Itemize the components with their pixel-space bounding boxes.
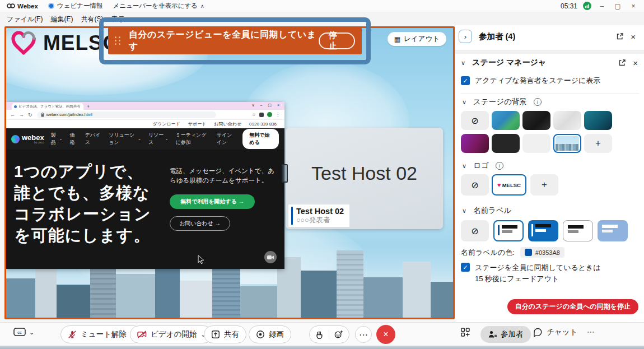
chat-button[interactable]: チャット — [533, 327, 577, 337]
start-free-button[interactable]: 無料で始める — [242, 129, 279, 149]
profile-avatar[interactable] — [267, 112, 272, 117]
background-thumb-gray[interactable] — [522, 134, 550, 153]
captions-button[interactable]: cc ⌄ — [13, 328, 34, 337]
nav-devices[interactable]: デバイス — [85, 132, 101, 146]
close-panel-icon[interactable]: × — [631, 32, 636, 41]
toolbar-more-button[interactable]: ⋯ — [587, 327, 595, 336]
popout-icon[interactable] — [618, 59, 626, 67]
melsc-heart-icon: ♥ — [497, 182, 501, 188]
logo-thumb-none[interactable]: ⊘ — [461, 174, 489, 196]
maximize-button[interactable]: ▢ — [613, 2, 623, 10]
chevron-down-icon[interactable]: ∨ — [462, 207, 466, 215]
background-thumb-teal[interactable] — [584, 111, 612, 130]
address-bar[interactable]: webex.com/ja/index.html — [37, 111, 216, 118]
participants-toggle-button[interactable]: 参加者 — [480, 326, 531, 343]
nav-pricing[interactable]: 価格 — [69, 132, 77, 146]
name-label-thumb-none[interactable]: ⊘ — [461, 220, 489, 241]
more-options-button[interactable]: ⋯ — [355, 326, 372, 343]
share-screen-icon — [211, 330, 220, 339]
logo-add-button[interactable]: + — [530, 174, 558, 196]
hero-contact-button[interactable]: お問い合わせ → — [170, 216, 230, 231]
chevron-down-icon[interactable]: ∨ — [462, 162, 466, 170]
browser-tab[interactable]: ビデオ会議、クラウド電話、画面共有 × — [12, 103, 83, 110]
active-speaker-label: アクティブな発言者をステージに表示 — [475, 76, 600, 86]
drag-handle-icon[interactable] — [115, 36, 121, 45]
name-label-thumb-style3[interactable] — [563, 220, 593, 241]
reactions-button[interactable] — [329, 330, 343, 339]
close-section-icon[interactable]: × — [633, 58, 638, 68]
stage-background-title: ステージの背景 — [473, 97, 527, 107]
svg-text:cc: cc — [17, 330, 22, 335]
annotation-highlight-box: 自分のステージビューを全員に同期しています 停止 — [99, 17, 371, 64]
info-icon[interactable]: i — [496, 162, 503, 170]
new-tab-button[interactable]: + — [87, 104, 90, 109]
browser-extension-icon — [259, 113, 264, 117]
video-tile-test-host-02[interactable]: Test Host 02 Test Host 02 ○○○発表者 — [286, 128, 443, 229]
collapse-panel-button[interactable]: › — [459, 30, 472, 43]
share-button[interactable]: 共有 — [204, 325, 246, 343]
webex-site-logo[interactable]: webex by cisco — [11, 134, 44, 144]
webcam-preview-icon — [264, 251, 277, 263]
apps-button[interactable] — [460, 327, 470, 337]
name-label-thumb-style1-selected[interactable] — [493, 220, 524, 241]
background-thumb-dark[interactable] — [522, 111, 550, 130]
popout-icon[interactable] — [616, 32, 624, 40]
logo-thumb-melsc-selected[interactable]: ♥ MELSC — [492, 174, 526, 196]
hero-headline: 1つのアプリで、 誰とでも、多様な コラボレーション を可能にします。 — [14, 161, 151, 246]
chevron-down-icon[interactable]: ∨ — [461, 59, 465, 67]
star-icon[interactable]: ☆ — [252, 112, 256, 117]
stage-resize-handle[interactable] — [282, 164, 288, 183]
name-label-color-picker[interactable]: #0353A8 — [520, 247, 564, 258]
webex-app-logo: Webex — [7, 3, 38, 10]
link-download[interactable]: ダウンロード — [153, 121, 180, 127]
raise-hand-button[interactable] — [315, 330, 329, 339]
hero-start-free-button[interactable]: 無料で利用を開始する → — [170, 194, 255, 209]
background-thumb-none[interactable]: ⊘ — [461, 111, 489, 130]
name-label-thumb-style4[interactable] — [598, 220, 628, 241]
name-label-thumb-style2[interactable] — [528, 220, 558, 241]
info-icon[interactable]: i — [534, 98, 542, 106]
site-hero: 1つのアプリで、 誰とでも、多様な コラボレーション を可能にします。 電話、メ… — [6, 150, 284, 269]
background-thumb-light[interactable] — [553, 111, 581, 130]
favicon — [14, 105, 17, 108]
nav-products[interactable]: 製品⌄ — [51, 132, 63, 146]
link-contact[interactable]: お問い合わせ — [214, 121, 241, 127]
chevron-down-icon[interactable]: ∨ — [462, 99, 466, 106]
start-video-button[interactable]: ビデオの開始 ⌄ — [130, 325, 213, 343]
menu-file[interactable]: ファイル(F) — [7, 15, 43, 24]
active-speaker-checkbox[interactable]: ✓ — [461, 76, 470, 85]
background-thumb-black[interactable] — [492, 134, 520, 153]
name-label-section-title: 名前ラベル — [473, 206, 511, 216]
stop-sync-all-button[interactable]: 自分のステージの全員への同期を停止 — [507, 299, 638, 314]
layout-button[interactable]: ▦ レイアウト — [388, 32, 446, 46]
kebab-menu-icon[interactable]: ⋮ — [276, 112, 280, 117]
panel-divider — [455, 50, 644, 54]
nav-signin[interactable]: サインイン — [217, 132, 236, 146]
back-icon[interactable]: ← — [10, 112, 15, 118]
leave-meeting-button[interactable]: × — [376, 325, 395, 344]
link-support[interactable]: サポート — [188, 121, 207, 127]
nav-join-meeting[interactable]: ミーティングに参加 — [175, 132, 209, 146]
hide-menubar-button[interactable]: メニューバーを非表示にする ∧ — [113, 2, 204, 10]
minimize-button[interactable]: – — [597, 2, 607, 10]
stop-sync-banner-button[interactable]: 停止 — [319, 32, 355, 49]
window-bottom-edge — [0, 346, 644, 349]
record-button[interactable]: 録画 — [249, 325, 291, 343]
menu-edit[interactable]: 編集(E) — [50, 15, 73, 24]
forward-icon[interactable]: → — [19, 112, 24, 118]
background-thumb-blue-green[interactable] — [492, 111, 520, 130]
name-label-accent-bar — [291, 207, 293, 225]
link-phone[interactable]: 0120 339 836 — [249, 122, 277, 127]
close-window-button[interactable]: × — [628, 2, 638, 10]
nav-solutions[interactable]: ソリューション⌄ — [109, 132, 141, 146]
browser-window-controls[interactable]: ∨ – ▢ × — [251, 103, 282, 108]
fadeout-checkbox[interactable]: ✓ — [461, 263, 470, 272]
webinar-info-button[interactable]: ウェビナー情報 — [48, 2, 103, 10]
background-thumb-purple[interactable] — [461, 134, 489, 153]
nav-resources[interactable]: リソース⌄ — [148, 132, 169, 146]
shared-browser-window[interactable]: ビデオ会議、クラウド電話、画面共有 × + ∨ – ▢ × ← → ↻ webe… — [6, 102, 284, 269]
background-thumb-city-selected[interactable] — [553, 134, 581, 153]
record-icon — [256, 330, 265, 339]
background-add-button[interactable]: + — [584, 134, 612, 153]
reload-icon[interactable]: ↻ — [28, 112, 32, 118]
